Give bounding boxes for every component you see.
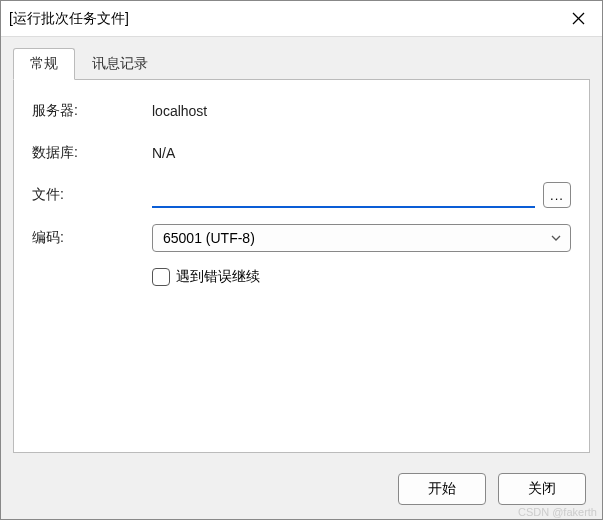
close-label: 关闭 [528, 480, 556, 498]
dialog-footer: 开始 关闭 [1, 463, 602, 519]
row-encoding: 编码: 65001 (UTF-8) [32, 224, 571, 252]
browse-label: ... [550, 188, 564, 203]
row-file: 文件: ... [32, 182, 571, 208]
file-input[interactable] [152, 182, 535, 208]
dialog-window: [运行批次任务文件] 常规 讯息记录 服务器: localhost 数据库: N… [0, 0, 603, 520]
chevron-down-icon [550, 232, 562, 244]
file-label: 文件: [32, 186, 152, 204]
window-title: [运行批次任务文件] [9, 10, 556, 28]
database-value: N/A [152, 145, 175, 161]
row-server: 服务器: localhost [32, 98, 571, 124]
tab-strip: 常规 讯息记录 [1, 37, 602, 79]
start-label: 开始 [428, 480, 456, 498]
encoding-value: 65001 (UTF-8) [163, 230, 255, 246]
server-label: 服务器: [32, 102, 152, 120]
close-icon [572, 12, 585, 25]
tab-panel-general: 服务器: localhost 数据库: N/A 文件: ... 编码: 6500… [13, 79, 590, 453]
close-button[interactable]: 关闭 [498, 473, 586, 505]
row-database: 数据库: N/A [32, 140, 571, 166]
titlebar: [运行批次任务文件] [1, 1, 602, 37]
start-button[interactable]: 开始 [398, 473, 486, 505]
server-value: localhost [152, 103, 207, 119]
row-continue-on-error: 遇到错误继续 [152, 268, 571, 286]
continue-on-error-label: 遇到错误继续 [176, 268, 260, 286]
browse-button[interactable]: ... [543, 182, 571, 208]
continue-on-error-checkbox[interactable] [152, 268, 170, 286]
encoding-select[interactable]: 65001 (UTF-8) [152, 224, 571, 252]
database-label: 数据库: [32, 144, 152, 162]
tab-log[interactable]: 讯息记录 [75, 48, 165, 80]
encoding-label: 编码: [32, 229, 152, 247]
window-close-button[interactable] [556, 3, 600, 35]
tab-general[interactable]: 常规 [13, 48, 75, 80]
